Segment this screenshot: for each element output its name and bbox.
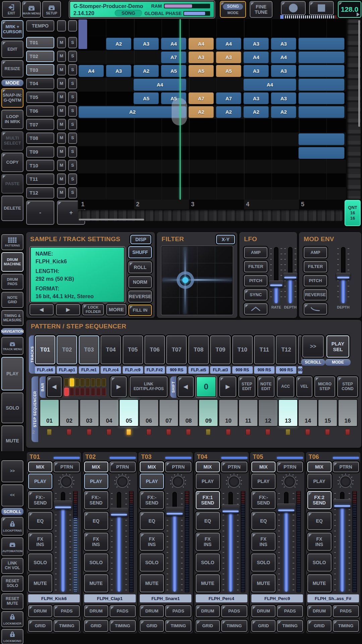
- timing-button[interactable]: TIMING: [277, 620, 303, 632]
- pattern-cell-a4[interactable]: A4: [78, 65, 104, 77]
- bar-indicator-bottom-6[interactable]: [91, 388, 95, 396]
- pattern-cell[interactable]: [298, 38, 345, 50]
- mixer-sidebar-[interactable]: <<: [1, 484, 23, 506]
- solo-t03[interactable]: S: [68, 64, 77, 75]
- step-14[interactable]: 14: [299, 400, 317, 426]
- solo-button[interactable]: SOLO: [28, 553, 52, 572]
- pattern-cell-a2[interactable]: A2: [78, 106, 186, 118]
- shuff-button[interactable]: SHUFF: [128, 246, 152, 258]
- channel-level-knob[interactable]: [114, 473, 131, 490]
- pattern-track-t05[interactable]: T05: [123, 335, 143, 364]
- timing-button[interactable]: TIMING: [54, 620, 80, 632]
- mute-button[interactable]: MUTE: [251, 574, 276, 592]
- pattern-cell-a7[interactable]: A7: [188, 92, 214, 105]
- fill-in-button[interactable]: FILL IN: [128, 305, 152, 316]
- mixer-sidebar-lockmono[interactable]: LOCKMONO: [1, 629, 23, 644]
- arranger-track-t02[interactable]: T02: [26, 51, 54, 62]
- volume-fader[interactable]: [334, 491, 350, 592]
- fx-send-button[interactable]: FX:2 SEND: [307, 491, 331, 509]
- drum-button[interactable]: DRUM: [84, 605, 108, 617]
- pads-button[interactable]: PADS: [165, 605, 191, 617]
- vertical-scrollbar[interactable]: [347, 19, 361, 200]
- edit-button-step-cond[interactable]: STEP COND: [337, 376, 358, 397]
- tool-mrk-cursor-button[interactable]: MRK + CURSOR: [1, 20, 23, 39]
- tool-edit-button[interactable]: EDIT: [1, 41, 23, 58]
- step-16[interactable]: 16: [339, 400, 357, 426]
- pattern-cell-a4[interactable]: A4: [161, 38, 186, 50]
- tool-copy-button[interactable]: COPY: [1, 153, 23, 172]
- step-02[interactable]: 02: [60, 400, 78, 426]
- step-param-icon-06[interactable]: [146, 429, 151, 435]
- edit-button-micro-step[interactable]: MICRO STEP: [314, 376, 335, 397]
- arranger-track-t05[interactable]: T05: [26, 92, 54, 103]
- solo-button[interactable]: SOLO: [307, 553, 331, 572]
- eq-button[interactable]: EQ: [84, 512, 108, 530]
- pattern-cell-a2[interactable]: A2: [243, 106, 269, 118]
- tool-snap-in-g-qntm-button[interactable]: SNAP-IN: G-QNTM: [1, 88, 23, 108]
- solo-t01[interactable]: S: [68, 37, 77, 48]
- mute-button[interactable]: MUTE: [140, 574, 164, 592]
- sidebar-item-patterns[interactable]: PATTERNS: [1, 234, 23, 250]
- channel-level-knob[interactable]: [281, 473, 298, 490]
- volume-fader[interactable]: [223, 491, 239, 592]
- pattern-track-t04[interactable]: T04: [101, 335, 121, 364]
- lock-folder-button[interactable]: LOCK FOLDER: [82, 304, 104, 315]
- pattern-cell-a3[interactable]: A3: [216, 51, 241, 64]
- channel-play-button[interactable]: PLAY: [196, 474, 220, 489]
- grid-button[interactable]: GRID: [84, 620, 108, 632]
- solo-t11[interactable]: S: [68, 173, 77, 185]
- pads-button[interactable]: PADS: [277, 605, 303, 617]
- edit-button-note-edit[interactable]: NOTE EDIT: [257, 376, 275, 397]
- pattern-cell[interactable]: [298, 147, 345, 159]
- record-button[interactable]: [281, 1, 306, 15]
- arranger-grid[interactable]: A2A3A4A4A4A3A3A7A3A3A4A4A4A3A2A5A5A5A3A3…: [78, 19, 346, 200]
- pattern-cell-a7[interactable]: A7: [161, 51, 186, 64]
- solo-t12[interactable]: S: [68, 187, 77, 199]
- step-param-icon-10[interactable]: [226, 429, 231, 435]
- horizontal-scrollbar-thumb[interactable]: [79, 219, 144, 220]
- timing-button[interactable]: TIMING: [165, 620, 191, 632]
- solo-t05[interactable]: S: [68, 92, 77, 103]
- pattern-cell-a3[interactable]: A3: [133, 38, 159, 50]
- channel-level-knob[interactable]: [337, 473, 354, 490]
- step-07[interactable]: 07: [160, 400, 178, 426]
- disp-button[interactable]: DISP: [130, 235, 151, 244]
- pattern-cell-a5[interactable]: A5: [188, 65, 214, 77]
- roll-button[interactable]: ROLL: [128, 261, 152, 273]
- solo-t07[interactable]: S: [68, 119, 77, 130]
- step-param-icon-14[interactable]: [305, 429, 310, 435]
- pattern-cell[interactable]: [298, 92, 345, 105]
- volume-fader[interactable]: [55, 491, 71, 592]
- tempo-mute-blank[interactable]: [57, 20, 66, 32]
- bar-indicator-bottom-1[interactable]: [64, 388, 69, 396]
- tool-paste-button[interactable]: PASTE: [1, 174, 23, 194]
- channel-play-button[interactable]: PLAY: [307, 474, 331, 489]
- volume-fader-thumb[interactable]: [166, 507, 184, 516]
- fx-send-button[interactable]: FX:1 SEND: [196, 491, 220, 509]
- pads-button[interactable]: PADS: [54, 605, 80, 617]
- volume-fader-thumb[interactable]: [333, 499, 351, 508]
- sidebar-item-play[interactable]: PLAY: [1, 357, 23, 390]
- pattern-cell[interactable]: [298, 78, 345, 91]
- drum-button[interactable]: DRUM: [307, 605, 331, 617]
- pattern-cell-a3[interactable]: A3: [271, 92, 296, 105]
- grid-button[interactable]: GRID: [251, 620, 276, 632]
- grid-button[interactable]: GRID: [307, 620, 331, 632]
- main-lcd-display[interactable]: G-Stomper-Producer-Demo 2.14.120 SONG RA…: [69, 1, 215, 18]
- modenv-panel-depth-slider-thumb[interactable]: [336, 273, 350, 279]
- bar-indicator-top-5[interactable]: [85, 378, 90, 386]
- pattern-cell-a2[interactable]: A2: [216, 106, 241, 118]
- tab-ptrn[interactable]: PTRN: [165, 462, 191, 472]
- channel-level-knob[interactable]: [225, 473, 243, 490]
- vertical-scrollbar-thumb[interactable]: [358, 20, 360, 127]
- volume-fader[interactable]: [167, 491, 183, 592]
- tab-ptrn[interactable]: PTRN: [221, 462, 247, 472]
- bar-indicator-bottom-3[interactable]: [75, 388, 79, 396]
- edit-button-step-edit[interactable]: STEP EDIT: [238, 376, 255, 397]
- lfo-sync-button[interactable]: SYNC: [244, 289, 267, 301]
- pattern-track-t01[interactable]: T01: [35, 335, 55, 364]
- filter-xy-pad[interactable]: [162, 246, 233, 315]
- solo-t02[interactable]: S: [68, 51, 77, 62]
- timing-button[interactable]: TIMING: [221, 620, 247, 632]
- mute-button[interactable]: MUTE: [84, 574, 108, 592]
